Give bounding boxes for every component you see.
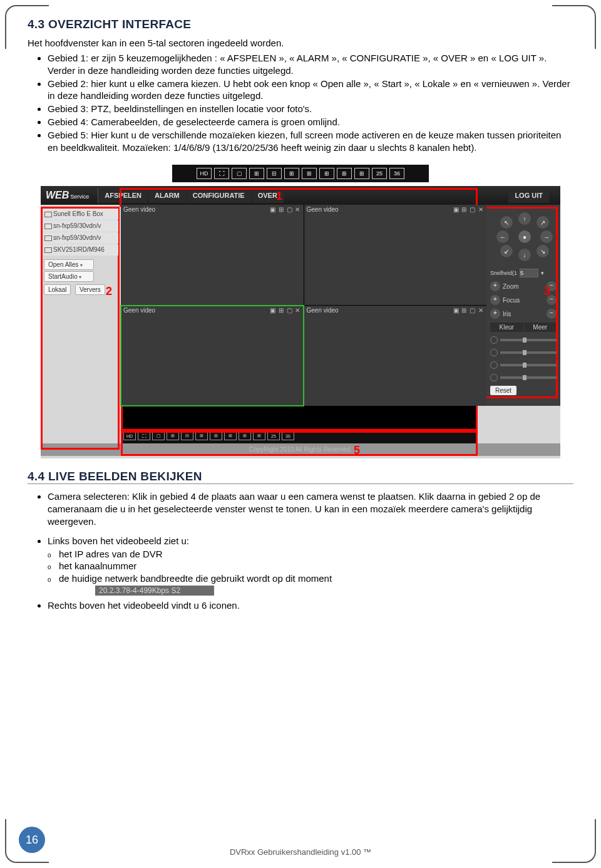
s44-sub-1: het IP adres van de DVR xyxy=(48,548,573,561)
bb-4-icon[interactable]: ⊞ xyxy=(167,431,179,440)
ptz-speed-label: Snelheid(1 xyxy=(490,270,517,276)
iris-close-button[interactable]: − xyxy=(547,309,557,319)
focus-out-button[interactable]: − xyxy=(547,295,557,305)
app-header: WEBService AFSPELEN ALARM CONFIGURATIE O… xyxy=(41,186,560,205)
cell-label: Geen video xyxy=(123,206,155,213)
bb-20-icon[interactable]: ⊞ xyxy=(253,431,265,440)
bb-fullscreen-icon[interactable]: ⛶ xyxy=(138,431,150,440)
hue-icon xyxy=(490,374,498,381)
ptz-right-button[interactable]: → xyxy=(540,230,553,243)
zoom-in-button[interactable]: + xyxy=(490,281,500,291)
s44-sub-3: de huidige netwerk bandbreedte die gebru… xyxy=(48,572,573,585)
bb-16-icon[interactable]: ⊞ xyxy=(239,431,251,440)
camera-sidebar: Sunell Effio E Box sn-fxp59/30vdn/v sn-f… xyxy=(41,205,121,406)
menu-afspelen[interactable]: AFSPELEN xyxy=(98,188,148,203)
toolbar-1-icon[interactable]: ▢ xyxy=(232,168,247,179)
contrast-slider[interactable] xyxy=(500,351,557,354)
section-43-bullets: Gebied 1: er zijn 5 keuzemogelijkheden :… xyxy=(48,52,573,153)
bb-8-icon[interactable]: ⊞ xyxy=(195,431,208,440)
toolbar-20-icon[interactable]: ⊞ xyxy=(354,168,369,179)
ptz-speed-dropdown-icon[interactable]: ▾ xyxy=(541,270,544,276)
camera-item[interactable]: Sunell Effio E Box xyxy=(43,209,118,220)
s44-bullet-1: Camera selecteren: Klik in gebied 4 de p… xyxy=(48,490,573,527)
bb-36-icon[interactable]: 36 xyxy=(282,431,294,440)
toolbar-16-icon[interactable]: ⊞ xyxy=(337,168,352,179)
mosaic-toolbar: HD ⛶ ▢ ⊞ ⊟ ⊞ ⊞ ⊞ ⊞ ⊞ 25 36 xyxy=(172,165,429,182)
section-44-title: 4.4 LIVE BEELDEN BEKIJKEN xyxy=(28,470,573,484)
cell-toolbar-icons[interactable]: ▣ ⊞ ▢ ✕ xyxy=(453,307,484,314)
cell-toolbar-icons[interactable]: ▣ ⊞ ▢ ✕ xyxy=(453,206,484,213)
bullet-1: Gebied 1: er zijn 5 keuzemogelijkheden :… xyxy=(48,52,573,77)
video-cell-2[interactable]: Geen video ▣ ⊞ ▢ ✕ xyxy=(304,205,487,305)
bullet-4: Gebied 4: Camerabeelden, de geselecteerd… xyxy=(48,116,573,128)
app-logo: WEBService xyxy=(46,190,89,201)
ptz-direction-pad: ↖ ↑ ↗ ← ● → ↙ ↓ ↘ xyxy=(490,209,557,265)
ptz-reset-button[interactable]: Reset xyxy=(490,386,516,395)
section-43-intro: Het hoofdvenster kan in een 5-tal sector… xyxy=(28,38,573,48)
bb-hd-icon[interactable]: HD xyxy=(123,431,136,440)
menu-over[interactable]: OVER xyxy=(252,188,284,203)
menubar: AFSPELEN ALARM CONFIGURATIE OVER LOG UIT xyxy=(98,188,560,203)
menu-configuratie[interactable]: CONFIGURATIE xyxy=(187,188,251,203)
ptz-ne-button[interactable]: ↗ xyxy=(537,216,549,229)
s44-bullet-3: Rechts boven het videobeeld vindt u 6 ic… xyxy=(48,599,573,612)
zoom-label: Zoom xyxy=(503,283,544,290)
camera-item[interactable]: sn-fxp59/30vdn/v xyxy=(43,220,118,232)
ptz-panel: ↖ ↑ ↗ ← ● → ↙ ↓ ↘ Snelheid(1 ▾ + Zoom − xyxy=(486,205,560,406)
ptz-tab-kleur[interactable]: Kleur xyxy=(490,323,523,332)
cell-toolbar-icons[interactable]: ▣ ⊞ ▢ ✕ xyxy=(270,206,300,213)
bb-6-icon[interactable]: ⊟ xyxy=(181,431,193,440)
iris-open-button[interactable]: + xyxy=(490,309,500,319)
ptz-sw-button[interactable]: ↙ xyxy=(500,245,513,257)
cell-label: Geen video xyxy=(123,307,155,314)
brightness-slider[interactable] xyxy=(500,339,557,341)
iris-label: Iris xyxy=(503,311,544,318)
section-44-bullets: Camera selecteren: Klik in gebied 4 de p… xyxy=(48,490,573,527)
saturation-slider[interactable] xyxy=(500,364,557,366)
contrast-icon xyxy=(490,349,498,356)
video-cell-4[interactable]: Geen video ▣ ⊞ ▢ ✕ xyxy=(304,306,487,406)
open-alles-button[interactable]: Open Alles xyxy=(44,259,94,270)
start-audio-button[interactable]: StartAudio xyxy=(44,271,94,282)
toolbar-hd-icon[interactable]: HD xyxy=(197,168,212,179)
focus-label: Focus xyxy=(503,297,544,304)
video-grid: Geen video ▣ ⊞ ▢ ✕ Geen video ▣ ⊞ ▢ ✕ Ge… xyxy=(121,205,486,406)
ptz-left-button[interactable]: ← xyxy=(496,230,509,243)
toolbar-9-icon[interactable]: ⊞ xyxy=(302,168,317,179)
section-43-title: 4.3 OVERZICHT INTERFACE xyxy=(28,18,573,31)
bb-25-icon[interactable]: 25 xyxy=(267,431,280,440)
toolbar-8-icon[interactable]: ⊞ xyxy=(284,168,299,179)
ververs-button[interactable]: Ververs xyxy=(75,284,105,295)
page-footer: DVRxx Gebruikershandleiding v1.00 ™ xyxy=(0,847,601,857)
menu-alarm[interactable]: ALARM xyxy=(148,188,186,203)
toolbar-25-icon[interactable]: 25 xyxy=(372,168,387,179)
saturation-icon xyxy=(490,361,498,369)
ptz-nw-button[interactable]: ↖ xyxy=(500,216,513,229)
s44-sub-2: het kanaalnummer xyxy=(48,560,573,572)
video-cell-1[interactable]: Geen video ▣ ⊞ ▢ ✕ xyxy=(121,205,304,305)
ptz-center-button[interactable]: ● xyxy=(518,230,531,243)
bb-1-icon[interactable]: ▢ xyxy=(152,431,165,440)
toolbar-4-icon[interactable]: ⊞ xyxy=(249,168,264,179)
ptz-down-button[interactable]: ↓ xyxy=(518,249,531,261)
ptz-speed-input[interactable] xyxy=(520,269,538,277)
focus-in-button[interactable]: + xyxy=(490,295,500,305)
bb-13-icon[interactable]: ⊞ xyxy=(224,431,237,440)
ptz-se-button[interactable]: ↘ xyxy=(537,245,549,257)
toolbar-36-icon[interactable]: 36 xyxy=(389,168,404,179)
menu-loguit[interactable]: LOG UIT xyxy=(508,188,549,203)
toolbar-fullscreen-icon[interactable]: ⛶ xyxy=(214,168,229,179)
toolbar-13-icon[interactable]: ⊞ xyxy=(319,168,334,179)
hue-slider[interactable] xyxy=(500,376,557,379)
cell-toolbar-icons[interactable]: ▣ ⊞ ▢ ✕ xyxy=(270,307,300,314)
web-service-app: 1 2 3 4 5 WEBService AFSPELEN ALARM CONF… xyxy=(41,186,560,458)
ptz-up-button[interactable]: ↑ xyxy=(518,212,531,225)
ptz-tab-meer[interactable]: Meer xyxy=(524,323,557,332)
zoom-out-button[interactable]: − xyxy=(547,281,557,291)
camera-item[interactable]: SKV251IRD/M946 xyxy=(43,244,118,256)
video-cell-3-selected[interactable]: Geen video ▣ ⊞ ▢ ✕ xyxy=(121,306,304,406)
toolbar-6-icon[interactable]: ⊟ xyxy=(267,168,282,179)
lokaal-button[interactable]: Lokaal xyxy=(44,284,71,295)
camera-item[interactable]: sn-fxp59/30vdn/v xyxy=(43,232,118,244)
bb-9-icon[interactable]: ⊞ xyxy=(210,431,222,440)
